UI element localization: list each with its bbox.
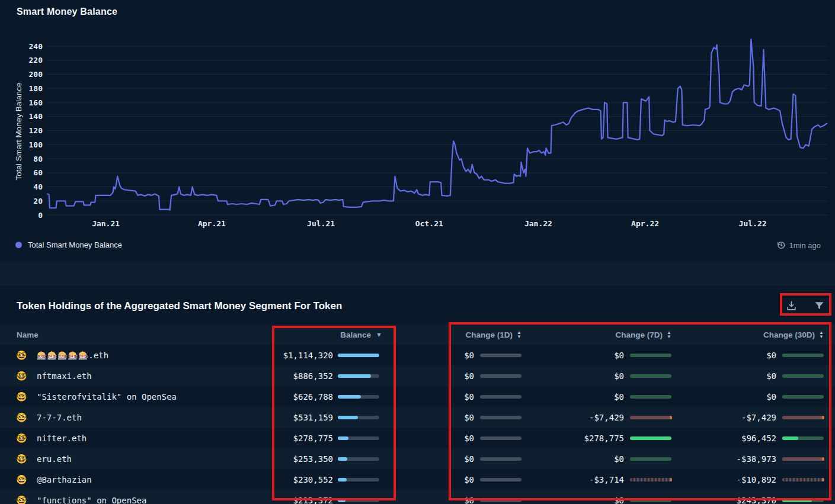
change-bar — [630, 499, 671, 502]
change-7d-value: -$3,714 — [527, 469, 624, 490]
column-header-name[interactable]: Name — [17, 325, 39, 345]
balance-bar — [338, 436, 379, 440]
change-bar — [480, 374, 522, 378]
change-30d-value: $0 — [676, 386, 776, 407]
change-30d-value: $243,370 — [676, 490, 776, 504]
download-button[interactable] — [785, 299, 798, 313]
change-1d-value: $0 — [391, 365, 474, 386]
column-header-balance[interactable]: Balance ▼ — [273, 325, 382, 345]
svg-text:Apr.21: Apr.21 — [198, 219, 226, 228]
change-bar — [782, 457, 824, 461]
change-bar — [782, 395, 824, 399]
balance-bar-fill — [338, 374, 371, 378]
change-bar-fill — [782, 436, 798, 440]
filter-button[interactable] — [812, 299, 826, 313]
svg-text:Jul.22: Jul.22 — [739, 219, 767, 228]
table-row[interactable]: 🤓eru.eth$253,350$0$0-$38,973 — [0, 448, 835, 469]
table-row[interactable]: 🤓"Sisterofvitalik" on OpenSea$626,788$0$… — [0, 386, 835, 407]
smart-money-emoji-icon: 🤓 — [16, 407, 27, 428]
table-actions — [785, 299, 826, 313]
holder-name[interactable]: @Barthazian — [37, 469, 92, 490]
change-bar — [480, 457, 522, 461]
change-bar — [782, 374, 824, 378]
change-1d-value: $0 — [391, 448, 474, 469]
balance-value: $531,159 — [249, 407, 333, 428]
change-7d-value: $0 — [527, 490, 624, 504]
smart-money-emoji-icon: 🤓 — [16, 365, 27, 386]
balance-value: $1,114,320 — [249, 345, 333, 365]
holder-name[interactable]: eru.eth — [37, 448, 72, 469]
svg-text:160: 160 — [29, 98, 43, 107]
svg-text:180: 180 — [29, 84, 43, 93]
svg-text:100: 100 — [29, 140, 43, 149]
filter-icon — [814, 300, 825, 312]
svg-text:Jul.21: Jul.21 — [307, 219, 335, 228]
change-1d-value: $0 — [391, 428, 474, 448]
change-30d-value: $96,452 — [676, 428, 776, 448]
svg-text:Total Smart Money Balance: Total Smart Money Balance — [14, 82, 23, 180]
holder-name[interactable]: "functions" on OpenSea — [37, 490, 146, 504]
loss-bar-tip — [670, 416, 672, 419]
table-row[interactable]: 🤓🎰🎰🎰🎰🎰.eth$1,114,320$0$0$0 — [0, 345, 835, 365]
change-30d-value: $0 — [676, 345, 776, 365]
loss-bar-tip — [822, 457, 824, 461]
legend-label: Total Smart Money Balance — [28, 240, 122, 249]
change-7d-value: $0 — [527, 345, 624, 365]
change-7d-value: $0 — [527, 365, 624, 386]
change-bar — [630, 457, 671, 461]
table-row[interactable]: 🤓7-7-7.eth$531,159$0-$7,429-$7,429 — [0, 407, 835, 428]
balance-value: $886,352 — [249, 365, 333, 386]
change-bar — [480, 395, 522, 399]
last-updated: 1min ago — [776, 240, 821, 250]
balance-value: $213,372 — [249, 490, 333, 504]
balance-bar — [338, 395, 379, 399]
smart-money-dashboard: Smart Money Balance 02040608010012014016… — [0, 0, 835, 504]
balance-bar — [338, 457, 379, 461]
holder-name[interactable]: 🎰🎰🎰🎰🎰.eth — [37, 345, 108, 365]
change-bar — [630, 354, 671, 357]
table-row[interactable]: 🤓@Barthazian$230,552$0-$3,714-$10,892 — [0, 469, 835, 490]
holder-name[interactable]: "Sisterofvitalik" on OpenSea — [37, 386, 177, 407]
svg-text:0: 0 — [38, 211, 43, 220]
table-row[interactable]: 🤓nifter.eth$278,775$0$278,775$96,452 — [0, 428, 835, 448]
smart-money-emoji-icon: 🤓 — [16, 345, 27, 365]
smart-money-emoji-icon: 🤓 — [16, 448, 27, 469]
table-header-row: Name Balance ▼ Change (1D) ▲▼ Change (7D… — [0, 325, 835, 345]
balance-bar — [338, 499, 379, 502]
column-header-change-30d[interactable]: Change (30D) ▲▼ — [679, 325, 824, 345]
table-body: 🤓🎰🎰🎰🎰🎰.eth$1,114,320$0$0$0🤓nftmaxi.eth$8… — [0, 345, 835, 504]
change-bar — [782, 478, 824, 481]
loss-bar-tip — [822, 478, 824, 481]
svg-text:120: 120 — [29, 126, 43, 135]
smart-money-emoji-icon: 🤓 — [16, 490, 27, 504]
change-7d-value: $0 — [527, 386, 624, 407]
balance-line-chart[interactable]: 020406080100120140160180200220240Jan.21A… — [0, 0, 835, 237]
change-bar-fill — [782, 499, 812, 502]
change-30d-value: -$7,429 — [676, 407, 776, 428]
svg-text:Apr.22: Apr.22 — [631, 219, 659, 228]
holder-name[interactable]: nifter.eth — [37, 428, 87, 448]
smart-money-emoji-icon: 🤓 — [16, 386, 27, 407]
table-row[interactable]: 🤓nftmaxi.eth$886,352$0$0$0 — [0, 365, 835, 386]
download-icon — [786, 300, 797, 312]
change-bar — [782, 499, 824, 502]
svg-text:Jan.22: Jan.22 — [524, 219, 552, 228]
table-row[interactable]: 🤓"functions" on OpenSea$213,372$0$0$243,… — [0, 490, 835, 504]
column-header-change-7d[interactable]: Change (7D) ▲▼ — [530, 325, 671, 345]
change-1d-value: $0 — [391, 407, 474, 428]
sort-icon: ▲▼ — [517, 330, 522, 339]
holder-name[interactable]: 7-7-7.eth — [37, 407, 82, 428]
change-1d-value: $0 — [391, 386, 474, 407]
balance-value: $253,350 — [249, 448, 333, 469]
legend-dot-icon — [15, 242, 22, 248]
svg-text:80: 80 — [33, 155, 43, 163]
history-clock-icon — [776, 240, 786, 250]
chart-legend-item[interactable]: Total Smart Money Balance — [15, 240, 122, 249]
holder-name[interactable]: nftmaxi.eth — [37, 365, 92, 386]
column-header-change-1d[interactable]: Change (1D) ▲▼ — [379, 325, 522, 345]
loss-bar-tip — [670, 478, 672, 481]
change-bar — [782, 416, 824, 419]
smart-money-emoji-icon: 🤓 — [16, 469, 27, 490]
last-updated-text: 1min ago — [789, 241, 821, 250]
balance-value: $278,775 — [249, 428, 333, 448]
